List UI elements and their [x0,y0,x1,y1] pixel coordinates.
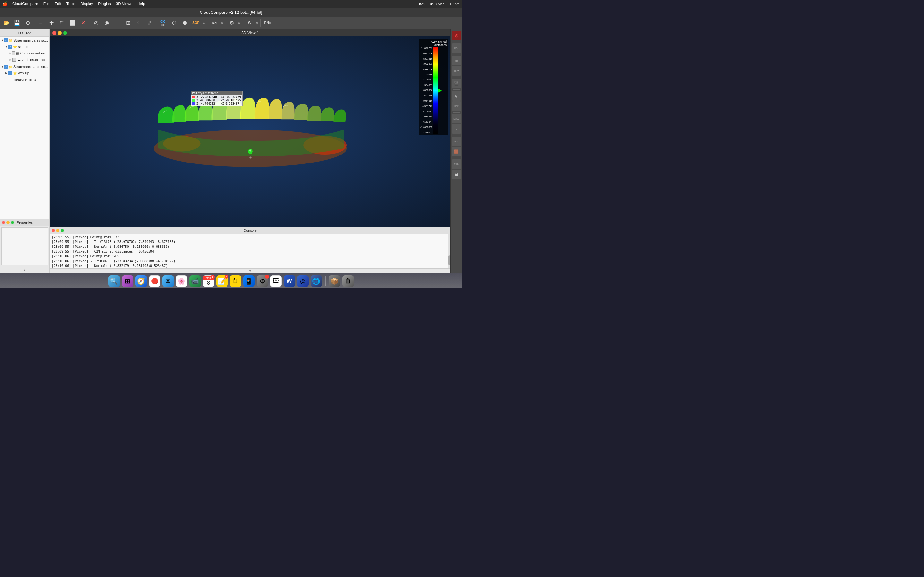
dock-calendar[interactable]: MAR 8 1 [203,276,214,287]
dock-safari[interactable]: 🧭 [136,276,147,287]
rsb-col-btn[interactable]: COL [452,43,461,53]
view3d-tl-red[interactable] [52,31,56,35]
console-scroll-thumb[interactable] [448,255,450,265]
tree-item-measurements[interactable]: measurements [0,76,49,83]
menu-cloudcompare[interactable]: CloudCompare [12,2,38,6]
console-tl-green[interactable] [61,229,64,232]
menu-tools[interactable]: Tools [66,2,75,6]
tree-arrow-cn[interactable]: ▶ [8,51,11,55]
console-scrollbar[interactable] [448,234,451,268]
toolbar-arrows-4[interactable]: » [255,21,259,25]
toolbar-cc-btn[interactable]: CC CC [157,17,169,29]
tree-item-wax-up[interactable]: ▶ ✓ ⭐ wax up [0,70,49,76]
toolbar-select-btn[interactable]: ⬚ [57,18,67,28]
rsb-brown-btn[interactable]: 🟫 [452,147,461,156]
toolbar-grid-btn[interactable]: ⊞ [123,18,133,28]
dock-browser2[interactable]: 🌐 [310,276,322,287]
rsb-circle-btn[interactable]: ◎ [452,91,461,101]
rsb-hrr-btn[interactable]: HRR [452,101,461,111]
console-tl-yellow[interactable] [56,229,59,232]
dock-word[interactable]: W [284,276,295,287]
console-content[interactable]: [23:09:55] [Picked] Point@Tri#13673 [23:… [50,234,451,268]
toolbar-arrows-1[interactable]: » [202,21,206,25]
dock-launchpad[interactable]: ⊞ [122,276,134,287]
toolbar-s-btn[interactable]: S [244,17,255,29]
dock-stickies[interactable]: 🗒 [230,276,241,287]
tree-item-sample[interactable]: ▼ ✓ ⭐ sample [0,44,49,50]
tree-arrow-sample[interactable]: ▼ [5,45,8,49]
toolbar-target-btn[interactable]: ◉ [102,18,112,28]
menu-plugins[interactable]: Plugins [98,2,111,6]
menu-3dviews[interactable]: 3D Views [116,2,132,6]
toolbar-circle-btn[interactable]: ◎ [91,18,102,28]
apple-menu[interactable]: 🍎 [3,2,7,6]
tree-item-compressed-normals[interactable]: ▶ ▦ Compressed normals [0,50,49,56]
toolbar-sor-btn[interactable]: SOR [190,17,202,29]
dock-notes[interactable]: 📝 3 [216,276,228,287]
toolbar-points-btn[interactable]: ⋯ [112,18,123,28]
tree-item-straumann-lay[interactable]: ▼ ✓ 📁 Straumann cares scan lay-... [0,37,49,44]
tree-checkbox-lay[interactable]: ✓ [4,39,8,42]
tree-arrow-wu[interactable]: ▶ [5,71,8,75]
dock-photos[interactable]: 🌸 [176,276,187,287]
left-panel-expand[interactable]: ▲ [0,267,49,273]
view3d-content[interactable]: Point@Tri#30265 X -27.832340 NX -0.83247… [50,36,451,227]
rsb-approx-btn[interactable]: ≈ [452,56,461,65]
props-tl-red[interactable] [2,221,5,224]
toolbar-move-btn[interactable]: ⤢ [144,18,154,28]
menu-edit[interactable]: Edit [55,2,61,6]
menu-help[interactable]: Help [137,2,145,6]
dock-appstore[interactable]: 📱 [243,276,255,287]
toolbar-scatter-btn[interactable]: ⁘ [134,18,144,28]
tree-arrow-vx[interactable]: ▶ [8,58,12,61]
rsb-video-btn[interactable]: 🎬 [452,79,461,88]
toolbar-open-btn[interactable]: 📂 [1,18,11,28]
rsb-mountain-btn[interactable]: 🏔 [452,169,461,179]
dock-touchretouch[interactable]: ◎ [297,276,309,287]
toolbar-view-btn[interactable]: ⊕ [23,18,33,28]
tree-checkbox-cn[interactable] [11,51,15,55]
dock-filesafe[interactable]: 📦 [329,276,341,287]
db-tree-content[interactable]: ▼ ✓ 📁 Straumann cares scan lay-... ▼ ✓ ⭐… [0,37,49,219]
toolbar-arrows-2[interactable]: » [220,21,224,25]
rsb-ply-btn[interactable]: PLY [452,137,461,146]
dock-chrome[interactable]: 🔴 [149,276,160,287]
tree-arrow-wax[interactable]: ▼ [1,65,4,69]
tree-item-straumann-wax[interactable]: ▼ ✓ 📁 Straumann cares scan wax... [0,63,49,70]
toolbar-gear-btn[interactable]: ⚙ [226,18,237,28]
view3d-tl-green[interactable] [63,31,67,35]
toolbar-delete-btn[interactable]: ✕ [78,18,88,28]
tree-checkbox-sample[interactable]: ✓ [8,45,12,49]
dock-sysprefs[interactable]: ⚙ 1 [257,276,268,287]
toolbar-dblist-btn[interactable]: ≡ [36,18,46,28]
tree-item-vertices[interactable]: ▶ ☁ vertices.extract [0,56,49,63]
toolbar-kd-btn[interactable]: Kd [208,17,220,29]
rsb-dots-btn[interactable]: ⁘ [452,124,461,134]
dock-preview[interactable]: 🖼 [270,276,282,287]
toolbar-add-btn[interactable]: ✚ [46,18,57,28]
tree-arrow-lay[interactable]: ▼ [1,39,4,42]
toolbar-rnb-btn[interactable]: RNb [262,17,273,29]
toolbar-save-btn[interactable]: 💾 [12,18,22,28]
props-tl-green[interactable] [11,221,14,224]
rsb-rnd-btn[interactable]: R&D [452,159,461,169]
toolbar-arrows-3[interactable]: » [237,21,241,25]
view3d-tl-yellow[interactable] [58,31,61,35]
rsb-filter-btn[interactable]: ⊗ [452,31,461,40]
tree-checkbox-vx[interactable] [12,58,16,61]
rsb-espa-btn[interactable]: ESPA [452,66,461,76]
menu-display[interactable]: Display [81,2,93,6]
tree-checkbox-wax[interactable]: ✓ [4,65,8,69]
dock-finder[interactable]: 🔍 [108,276,120,287]
menu-file[interactable]: File [43,2,49,6]
toolbar-crop-btn[interactable]: ⬜ [67,18,78,28]
toolbar-ball-btn[interactable]: ⬢ [180,18,190,28]
dock-facetime[interactable]: 📹 [189,276,201,287]
dock-trash[interactable]: 🗑 [342,276,354,287]
toolbar-hex-btn[interactable]: ⬡ [169,18,179,28]
tree-checkbox-wu[interactable]: ✓ [8,71,12,75]
rsb-m3c2-btn[interactable]: M3C2 [452,114,461,123]
console-expand[interactable]: ▼ [50,268,451,273]
props-tl-yellow[interactable] [6,221,10,224]
console-tl-red[interactable] [52,229,55,232]
